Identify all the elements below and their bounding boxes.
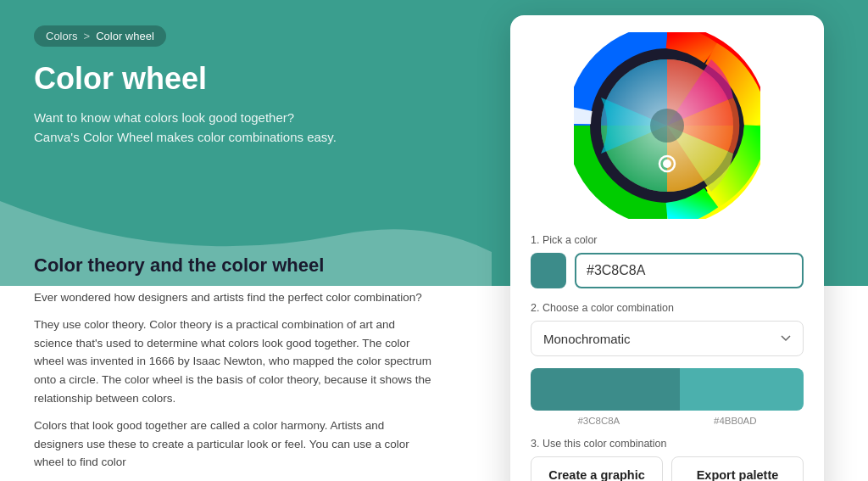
color-wheel-container[interactable] — [574, 32, 760, 219]
right-panel: 1. Pick a color 2. Choose a color combin… — [475, 0, 868, 481]
combination-select[interactable]: Monochromatic Complementary Analogous Tr… — [531, 321, 804, 356]
palette-label-2: #4BB0AD — [714, 416, 757, 426]
color-picker-row — [531, 253, 804, 288]
palette-label-1: #3C8C8A — [577, 416, 620, 426]
article-para1: Ever wondered how designers and artists … — [34, 288, 432, 307]
breadcrumb-current: Color wheel — [96, 30, 154, 42]
hex-input[interactable] — [575, 253, 804, 288]
article-section: Color theory and the color wheel Ever wo… — [34, 221, 441, 481]
step1-label: 1. Pick a color — [531, 234, 598, 246]
breadcrumb-parent[interactable]: Colors — [46, 30, 78, 42]
page-title: Color wheel — [34, 62, 441, 96]
ring-indicator — [578, 109, 580, 124]
palette-labels: #3C8C8A #4BB0AD — [531, 416, 804, 426]
palette-segment-1 — [531, 368, 680, 411]
create-graphic-button[interactable]: Create a graphic — [531, 456, 663, 481]
subtitle-line2: Canva's Color Wheel makes color combinat… — [34, 130, 337, 144]
action-buttons: Create a graphic Export palette — [531, 456, 804, 481]
step2-label: 2. Choose a color combination — [531, 302, 674, 314]
breadcrumb[interactable]: Colors > Color wheel — [34, 25, 166, 47]
left-panel: Colors > Color wheel Color wheel Want to… — [0, 0, 475, 481]
color-picker-dot-inner — [663, 159, 671, 168]
color-swatch[interactable] — [531, 253, 566, 288]
article-title: Color theory and the color wheel — [34, 254, 441, 277]
subtitle-line1: Want to know what colors look good toget… — [34, 110, 294, 125]
svg-point-2 — [650, 109, 684, 143]
inner-color-wheel — [601, 59, 739, 192]
main-layout: Colors > Color wheel Color wheel Want to… — [0, 0, 868, 481]
article-para2: They use color theory. Color theory is a… — [34, 316, 432, 407]
step3-label: 3. Use this color combination — [531, 438, 667, 450]
palette-segment-2 — [680, 368, 804, 411]
export-palette-button[interactable]: Export palette — [671, 456, 804, 481]
color-tool-card: 1. Pick a color 2. Choose a color combin… — [510, 15, 824, 481]
color-wheel-svg — [574, 32, 760, 219]
article-para3: Colors that look good together are calle… — [34, 417, 432, 472]
breadcrumb-separator: > — [84, 30, 91, 42]
page-subtitle: Want to know what colors look good toget… — [34, 108, 373, 148]
palette-bar — [531, 368, 804, 411]
